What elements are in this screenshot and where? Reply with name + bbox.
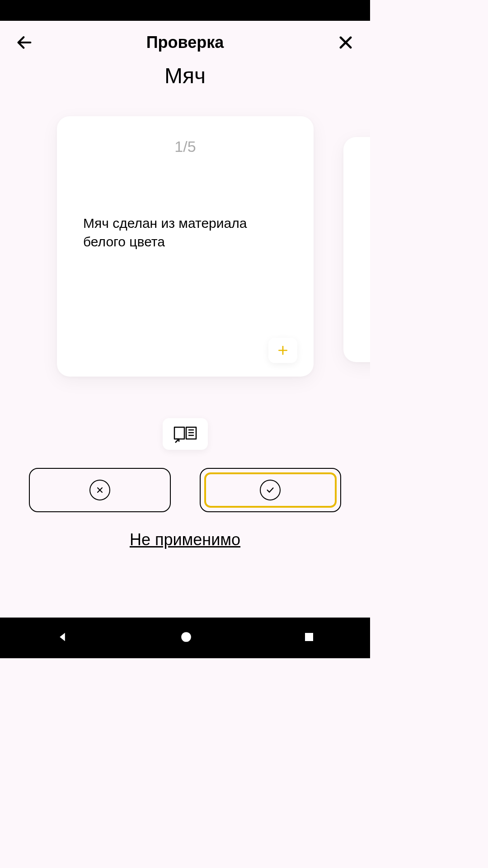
card-carousel[interactable]: 1/5 Мяч сделан из материала белого цвета <box>0 116 370 378</box>
close-button[interactable] <box>335 32 357 53</box>
plus-icon <box>277 344 289 356</box>
circle-home-icon <box>180 631 192 643</box>
card-text: Мяч сделан из материала белого цвета <box>83 214 287 251</box>
add-button[interactable] <box>268 338 297 363</box>
item-name: Мяч <box>0 63 370 88</box>
android-nav-bar <box>0 618 370 658</box>
accept-button[interactable] <box>200 468 342 512</box>
reference-icon <box>173 425 198 443</box>
header: Проверка <box>0 21 370 53</box>
card-counter: 1/5 <box>83 138 287 156</box>
reject-button[interactable] <box>29 468 171 512</box>
not-applicable-link[interactable]: Не применимо <box>0 530 370 549</box>
square-recent-icon <box>304 632 314 642</box>
next-card-peek[interactable] <box>343 137 370 362</box>
check-circle-icon <box>260 480 281 500</box>
status-bar <box>0 0 370 21</box>
main-content: Проверка Мяч 1/5 Мяч сделан из материала… <box>0 21 370 618</box>
nav-back-button[interactable] <box>56 631 69 645</box>
svg-rect-5 <box>174 427 184 439</box>
x-circle-icon <box>89 480 110 500</box>
close-icon <box>337 34 354 51</box>
svg-rect-14 <box>305 633 313 641</box>
reference-button[interactable] <box>163 418 208 450</box>
page-title: Проверка <box>146 33 224 52</box>
nav-recent-button[interactable] <box>304 632 314 644</box>
arrow-left-icon <box>15 33 33 52</box>
check-card: 1/5 Мяч сделан из материала белого цвета <box>57 116 314 377</box>
triangle-back-icon <box>56 631 69 643</box>
nav-home-button[interactable] <box>180 631 192 645</box>
svg-point-13 <box>181 632 191 642</box>
action-row <box>0 468 370 512</box>
back-button[interactable] <box>14 32 35 53</box>
